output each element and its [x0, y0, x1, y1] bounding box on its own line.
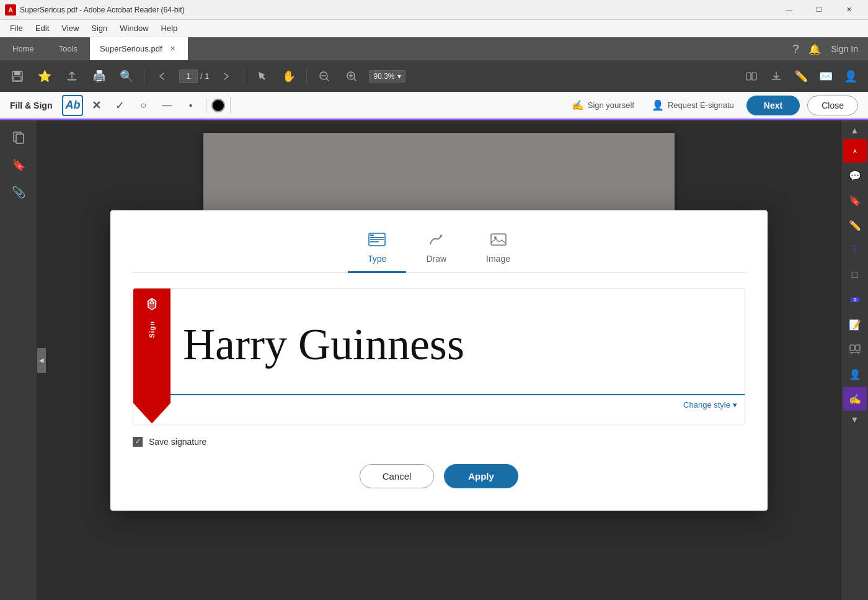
left-sidebar: 🔖 📎 — [0, 120, 37, 600]
request-esig-icon: 👤 — [652, 99, 664, 111]
tab-doc-name: SuperSerious.pdf — [100, 44, 162, 53]
save-signature-row: Save signature — [133, 437, 745, 447]
next-page-icon[interactable] — [216, 66, 236, 86]
next-button[interactable]: Next — [746, 96, 800, 115]
notifications-icon[interactable]: 🔔 — [808, 43, 821, 55]
zoom-dropdown-icon: ▾ — [397, 72, 401, 81]
zoom-in-icon[interactable] — [342, 66, 361, 86]
image-tab-icon — [490, 233, 507, 250]
sidebar-attachment-icon[interactable]: 📎 — [6, 180, 31, 205]
cross-mark-icon[interactable]: ✕ — [86, 95, 107, 116]
menu-bar: File Edit View Sign Window Help — [0, 20, 868, 37]
draw-tab-icon — [428, 233, 445, 250]
download-icon[interactable] — [766, 66, 786, 86]
help-icon[interactable]: ? — [792, 42, 799, 55]
close-window-button[interactable]: ✕ — [835, 2, 863, 18]
request-esignature-button[interactable]: 👤 Request E-signatu — [647, 97, 739, 114]
sidebar-pages-icon[interactable] — [6, 125, 31, 150]
dialog-buttons: Cancel Apply — [133, 464, 745, 488]
line-icon[interactable]: — — [156, 95, 177, 116]
maximize-button[interactable]: ☐ — [805, 2, 833, 18]
hand-tool-icon[interactable]: ✋ — [279, 66, 299, 86]
collapse-sidebar-button[interactable]: ◀ — [37, 348, 46, 373]
menu-sign[interactable]: Sign — [86, 22, 112, 35]
zoom-level-display[interactable]: 90.3% ▾ — [369, 70, 405, 83]
rs-pdf-edit-icon[interactable]: 📝 — [843, 313, 867, 336]
tab-active-doc[interactable]: SuperSerious.pdf ✕ — [90, 37, 187, 60]
fill-sign-separator-2 — [230, 97, 231, 114]
sign-yourself-icon: ✍ — [572, 99, 584, 111]
signature-dialog: Type Draw — [110, 210, 768, 511]
menu-view[interactable]: View — [56, 22, 84, 35]
dialog-tabs: Type Draw — [133, 228, 745, 273]
save-signature-checkbox[interactable] — [133, 437, 143, 447]
cursor-tool-icon[interactable] — [252, 66, 272, 86]
signature-name: Harry Guinness — [183, 322, 464, 367]
menu-window[interactable]: Window — [115, 22, 153, 35]
menu-edit[interactable]: Edit — [30, 22, 54, 35]
zoom-out-icon[interactable] — [314, 66, 334, 86]
cancel-button[interactable]: Cancel — [360, 464, 434, 488]
window-controls: — ☐ ✕ — [775, 2, 863, 18]
change-style-dropdown-icon: ▾ — [733, 400, 737, 410]
print-icon[interactable]: 🖨️ — [89, 66, 109, 86]
toolbar-right: ✏️ ✉️ 👤 — [742, 66, 861, 86]
save-signature-label: Save signature — [149, 437, 206, 447]
scroll-down-button[interactable]: ▼ — [843, 412, 867, 427]
bookmark-icon[interactable]: ⭐ — [35, 66, 55, 86]
rs-export-icon[interactable]: A — [843, 139, 867, 163]
close-fill-sign-button[interactable]: Close — [807, 96, 858, 115]
tab-close-button[interactable]: ✕ — [167, 43, 178, 54]
rs-organize-icon[interactable] — [843, 338, 867, 361]
tab-tools[interactable]: Tools — [46, 37, 90, 60]
app-icon: A — [5, 4, 16, 16]
toolbar-separator-2 — [244, 68, 244, 85]
rs-highlight-icon[interactable]: ✏️ — [843, 213, 867, 237]
minimize-button[interactable]: — — [775, 2, 804, 18]
adobe-banner: Sign — [133, 289, 170, 424]
svg-rect-10 — [16, 134, 24, 143]
menu-help[interactable]: Help — [156, 22, 183, 35]
adobe-banner-text: Sign — [148, 321, 156, 338]
right-sidebar: ▲ A 💬 🔖 ✏️ T □ R 📝 👤 ✍ ▼ — [841, 120, 868, 600]
scroll-up-button[interactable]: ▲ — [843, 123, 867, 138]
rs-redact-icon[interactable]: R — [843, 288, 867, 311]
rs-stamp-icon[interactable]: 🔖 — [843, 189, 867, 212]
svg-rect-14 — [370, 239, 384, 240]
rs-fill-sign-sidebar-icon[interactable]: ✍ — [843, 387, 867, 411]
sign-in-button[interactable]: Sign In — [831, 44, 858, 54]
circle-icon[interactable]: ○ — [133, 95, 154, 116]
text-field-icon[interactable]: Ab — [62, 95, 83, 116]
prev-page-icon[interactable] — [152, 66, 172, 86]
save-icon[interactable] — [7, 66, 27, 86]
toolbar-separator-1 — [144, 68, 144, 85]
tools-pane-icon[interactable] — [742, 66, 761, 86]
rs-text-icon[interactable]: T — [843, 238, 867, 262]
dot-icon[interactable]: ● — [180, 95, 201, 116]
tab-home[interactable]: Home — [0, 37, 46, 60]
menu-file[interactable]: File — [5, 22, 28, 35]
sidebar-bookmark-icon[interactable]: 🔖 — [6, 153, 31, 177]
tab-bar-right: ? 🔔 Sign In — [792, 42, 858, 55]
apply-button[interactable]: Apply — [444, 464, 518, 488]
sign-yourself-button[interactable]: ✍ Sign yourself — [567, 97, 639, 114]
tab-type[interactable]: Type — [348, 228, 406, 273]
upload-icon[interactable] — [62, 66, 82, 86]
pen-icon[interactable]: ✏️ — [791, 66, 811, 86]
page-number-input[interactable] — [179, 69, 198, 83]
check-mark-icon[interactable]: ✓ — [109, 95, 130, 116]
rs-shape-icon[interactable]: □ — [843, 263, 867, 287]
color-picker[interactable] — [211, 99, 225, 112]
search-icon[interactable]: 🔍 — [117, 66, 136, 86]
svg-rect-13 — [370, 237, 384, 238]
user-icon[interactable]: 👤 — [841, 66, 861, 86]
tab-draw[interactable]: Draw — [406, 228, 466, 273]
change-style-button[interactable]: Change style ▾ — [683, 400, 737, 410]
fill-sign-title: Fill & Sign — [10, 101, 52, 110]
tab-image[interactable]: Image — [466, 228, 530, 273]
rs-person-icon[interactable]: 👤 — [843, 362, 867, 386]
mail-icon[interactable]: ✉️ — [816, 66, 836, 86]
draw-tab-label: Draw — [426, 254, 446, 264]
toolbar: ⭐ 🖨️ 🔍 / 1 ✋ — [0, 61, 868, 92]
rs-comments-icon[interactable]: 💬 — [843, 164, 867, 187]
